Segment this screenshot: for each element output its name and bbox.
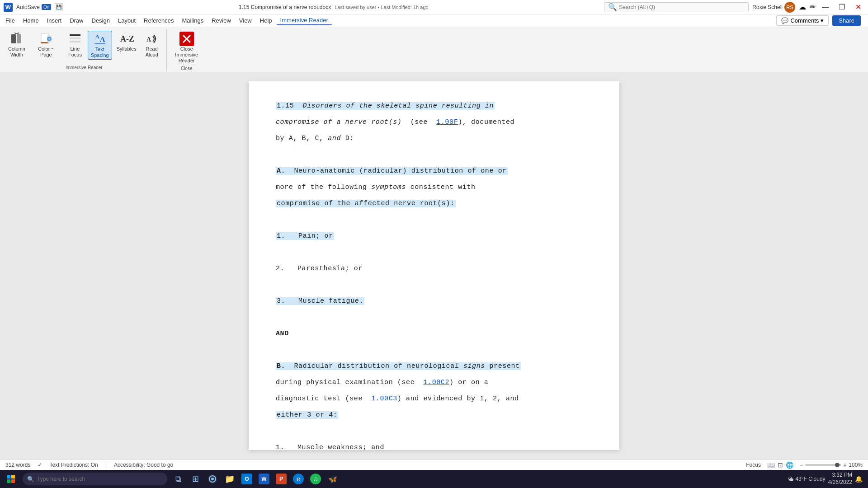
- menu-design[interactable]: Design: [88, 16, 113, 25]
- ribbon-group-immersive-reader: ColumnWidth Color ~ Page: [2, 29, 167, 72]
- taskbar-edge[interactable]: e: [290, 471, 307, 487]
- menu-home[interactable]: Home: [19, 16, 42, 25]
- restore-button[interactable]: ❐: [835, 2, 848, 12]
- para-spacer-7: [276, 425, 592, 438]
- title-search-box[interactable]: 🔍: [604, 2, 749, 12]
- weather-icon: 🌥: [788, 476, 793, 482]
- accessibility[interactable]: Accessibility: Good to go: [114, 462, 173, 468]
- svg-point-7: [48, 38, 50, 40]
- link-100f[interactable]: 1.00F: [436, 118, 458, 126]
- status-bar: 312 words ✓ Text Predictions: On | Acces…: [0, 459, 868, 470]
- title-bar: W AutoSave On 💾 1.15 Compromise of a ner…: [0, 0, 868, 14]
- taskbar-apps: ⧉ ⊞ 📁 O W P e ♫ 🦋: [170, 471, 341, 487]
- share-button[interactable]: Share: [832, 15, 861, 26]
- page-color-button[interactable]: Color ~ Page: [30, 31, 62, 59]
- text-predictions[interactable]: Text Predictions: On: [49, 462, 98, 468]
- notification-icon[interactable]: 🔔: [855, 475, 863, 483]
- taskbar-widgets[interactable]: ⊞: [187, 471, 203, 487]
- para-list-2: 2. Paresthesia; or: [276, 262, 592, 276]
- zoom-in-button[interactable]: +: [843, 461, 847, 469]
- taskbar-file-explorer[interactable]: 📁: [222, 471, 238, 487]
- para-a-2: compromise of the affected nerve root(s)…: [276, 197, 592, 211]
- edit-icon[interactable]: ✏: [810, 3, 816, 11]
- menu-view[interactable]: View: [236, 16, 255, 25]
- line-focus-button[interactable]: LineFocus: [64, 31, 86, 59]
- svg-rect-19: [11, 475, 15, 479]
- para-a-heading: A. Neuro-anatomic (radicular) distributi…: [276, 164, 592, 178]
- close-immersive-reader-button[interactable]: Close ImmersiveReader: [170, 31, 203, 65]
- para-1: 1.15 Disorders of the skeletal spine res…: [276, 99, 592, 113]
- weather-widget[interactable]: 🌥 43°F Cloudy: [788, 476, 825, 482]
- para-spacer-6: [276, 343, 592, 357]
- comments-icon: 💬: [781, 17, 788, 24]
- taskbar-search-box[interactable]: 🔍: [23, 473, 167, 485]
- para-b-2: diagnostic test (see 1.00C3) and evidenc…: [276, 392, 592, 406]
- menu-file[interactable]: File: [2, 16, 19, 25]
- para-b-heading: B. Radicular distribution of neurologica…: [276, 360, 592, 373]
- menu-review[interactable]: Review: [208, 16, 235, 25]
- spelling-icon[interactable]: ✓: [38, 462, 42, 468]
- document-content: 1.15 Disorders of the skeletal spine res…: [276, 99, 592, 459]
- svg-rect-4: [41, 42, 48, 43]
- menu-references[interactable]: References: [140, 16, 177, 25]
- para-3: by A, B, C, and D:: [276, 132, 592, 145]
- ribbon-group-close: Close ImmersiveReader Close: [167, 29, 207, 72]
- page-color-icon: [39, 32, 53, 46]
- web-layout-icon[interactable]: 🌐: [785, 461, 794, 469]
- menu-mailings[interactable]: Mailings: [179, 16, 208, 25]
- column-width-button[interactable]: ColumnWidth: [5, 31, 28, 59]
- taskbar-powerpoint[interactable]: P: [273, 471, 289, 487]
- document-area[interactable]: 1.15 Disorders of the skeletal spine res…: [0, 72, 868, 459]
- zoom-out-button[interactable]: −: [800, 461, 803, 469]
- taskbar-spotify[interactable]: ♫: [307, 471, 324, 487]
- para-list-1: 1. Pain; or: [276, 230, 592, 243]
- taskbar: 🔍 ⧉ ⊞ 📁 O W P e ♫ 🦋: [0, 470, 868, 488]
- para-spacer-4: [276, 278, 592, 292]
- avatar: RS: [784, 2, 795, 13]
- taskbar-app-unknown[interactable]: 🦋: [325, 471, 341, 487]
- taskbar-outlook[interactable]: O: [239, 471, 255, 487]
- svg-point-24: [211, 478, 214, 480]
- svg-rect-9: [70, 38, 80, 39]
- taskbar-right: 🌥 43°F Cloudy 3:32 PM 4/26/2022 🔔: [788, 472, 866, 486]
- link-100c2[interactable]: 1.00C2: [423, 379, 449, 386]
- zoom-slider[interactable]: [805, 464, 841, 466]
- link-100c3[interactable]: 1.00C3: [371, 395, 397, 403]
- close-button[interactable]: ✕: [852, 2, 864, 12]
- svg-rect-10: [70, 41, 80, 42]
- save-status: Last saved by user • Last Modified: 1h a…: [335, 5, 428, 10]
- minimize-button[interactable]: —: [819, 2, 832, 12]
- taskbar-time: 3:32 PM 4/26/2022: [828, 472, 852, 486]
- save-icon[interactable]: 💾: [55, 3, 63, 11]
- syllables-icon: A-Z: [119, 32, 134, 46]
- read-aloud-button[interactable]: A ReadAloud: [141, 31, 163, 59]
- para-b-list-1: 1. Muscle weakness; and: [276, 441, 592, 455]
- para-spacer-8: [276, 457, 592, 459]
- focus-label[interactable]: Focus: [746, 462, 761, 468]
- ribbon: ColumnWidth Color ~ Page: [0, 27, 868, 72]
- file-name: 1.15 Compromise of a nerve root.docx: [239, 4, 331, 10]
- para-a-1: more of the following symptoms consisten…: [276, 181, 592, 194]
- text-spacing-label: TextSpacing: [91, 47, 109, 58]
- read-mode-icon[interactable]: 📖: [766, 461, 776, 469]
- start-button[interactable]: [2, 471, 20, 487]
- menu-draw[interactable]: Draw: [66, 16, 87, 25]
- taskbar-search-input[interactable]: [37, 476, 163, 482]
- menu-immersive-reader[interactable]: Immersive Reader: [277, 16, 332, 25]
- text-spacing-button[interactable]: A A TextSpacing: [88, 31, 112, 60]
- menu-help[interactable]: Help: [256, 16, 276, 25]
- cloud-save-icon[interactable]: ☁: [799, 3, 806, 11]
- column-width-icon: [9, 32, 24, 46]
- syllables-button[interactable]: A-Z Syllables: [114, 31, 139, 53]
- syllables-label: Syllables: [117, 46, 137, 52]
- taskbar-task-view[interactable]: ⧉: [170, 471, 186, 487]
- search-input[interactable]: [619, 4, 745, 10]
- print-layout-icon[interactable]: ⊡: [777, 461, 784, 469]
- menu-layout[interactable]: Layout: [114, 16, 139, 25]
- menu-insert[interactable]: Insert: [43, 16, 66, 25]
- taskbar-word[interactable]: W: [256, 471, 272, 487]
- taskbar-cortana[interactable]: [204, 471, 221, 487]
- comments-button[interactable]: 💬 Comments ▾: [776, 15, 829, 26]
- line-focus-icon: [68, 32, 82, 46]
- para-2: compromise of a nerve root(s) (see 1.00F…: [276, 116, 592, 129]
